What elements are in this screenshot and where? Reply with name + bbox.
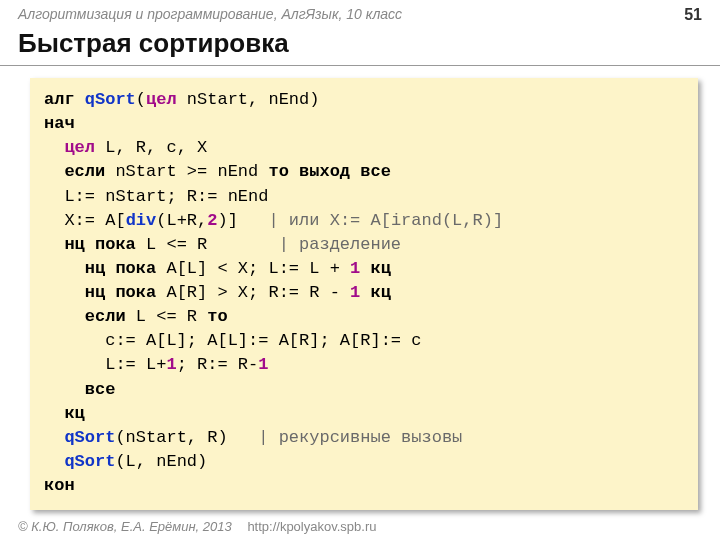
cond: nStart >= nEnd	[105, 162, 268, 181]
body: A[L] < X; L:= L +	[156, 259, 350, 278]
indent	[44, 452, 64, 471]
indent	[44, 138, 64, 157]
mid: (L+R,	[156, 211, 207, 230]
kw-all: все	[360, 162, 391, 181]
sp	[85, 235, 95, 254]
kw-loop: нц	[85, 259, 105, 278]
cond: L <= R	[136, 235, 279, 254]
args: (nStart, R)	[115, 428, 258, 447]
body: A[R] > X; R:= R -	[156, 283, 350, 302]
params: nStart, nEnd)	[177, 90, 320, 109]
paren: (	[136, 90, 146, 109]
mid: ; R:= R-	[177, 355, 259, 374]
indent	[44, 211, 64, 230]
indent	[44, 235, 64, 254]
num-1: 1	[350, 283, 360, 302]
indent	[44, 307, 85, 326]
indent	[44, 404, 64, 423]
kw-endloop: кц	[64, 404, 84, 423]
comment: | или X:= A[irand(L,R)]	[268, 211, 503, 230]
indent	[44, 162, 64, 181]
kw-alg: алг	[44, 90, 85, 109]
num-2: 2	[207, 211, 217, 230]
fn-div: div	[126, 211, 157, 230]
indent	[44, 283, 85, 302]
sp	[289, 162, 299, 181]
sp	[360, 283, 370, 302]
cond: L <= R	[126, 307, 208, 326]
type-int: цел	[64, 138, 95, 157]
num-1: 1	[166, 355, 176, 374]
line-swap: c:= A[L]; A[L]:= A[R]; A[R]:= c	[44, 331, 421, 350]
kw-endloop: кц	[370, 259, 390, 278]
type-int: цел	[146, 90, 177, 109]
args: (L, nEnd)	[115, 452, 207, 471]
footer-url: http://kpolyakov.spb.ru	[247, 519, 376, 534]
comment: | разделение	[279, 235, 401, 254]
fn-qsort: qSort	[85, 90, 136, 109]
course-label: Алгоритмизация и программирование, АлгЯз…	[18, 6, 402, 24]
sp	[350, 162, 360, 181]
sp	[105, 259, 115, 278]
fn-qsort: qSort	[64, 428, 115, 447]
kw-all: все	[85, 380, 116, 399]
kw-while: пока	[115, 283, 156, 302]
code-block: алг qSort(цел nStart, nEnd) нач цел L, R…	[30, 78, 698, 510]
num-1: 1	[258, 355, 268, 374]
kw-while: пока	[115, 259, 156, 278]
kw-then: то	[268, 162, 288, 181]
pre: X:= A[	[64, 211, 125, 230]
kw-then: то	[207, 307, 227, 326]
sp	[360, 259, 370, 278]
copyright: © К.Ю. Поляков, Е.А. Ерёмин, 2013	[18, 519, 232, 534]
kw-end: кон	[44, 476, 75, 495]
indent	[44, 428, 64, 447]
indent	[44, 259, 85, 278]
indent	[44, 380, 85, 399]
kw-if: если	[64, 162, 105, 181]
kw-loop: нц	[64, 235, 84, 254]
pre: L:= L+	[105, 355, 166, 374]
num-1: 1	[350, 259, 360, 278]
page-title: Быстрая сортировка	[0, 26, 720, 66]
indent	[44, 355, 105, 374]
kw-exit: выход	[299, 162, 350, 181]
kw-endloop: кц	[370, 283, 390, 302]
kw-begin: нач	[44, 114, 75, 133]
line-assign: L:= nStart; R:= nEnd	[44, 187, 268, 206]
footer: © К.Ю. Поляков, Е.А. Ерёмин, 2013 http:/…	[18, 519, 376, 534]
header-bar: Алгоритмизация и программирование, АлгЯз…	[0, 0, 720, 26]
post: )]	[217, 211, 268, 230]
fn-qsort: qSort	[64, 452, 115, 471]
kw-if: если	[85, 307, 126, 326]
comment: | рекурсивные вызовы	[258, 428, 462, 447]
sp	[105, 283, 115, 302]
vars: L, R, c, X	[95, 138, 207, 157]
kw-loop: нц	[85, 283, 105, 302]
kw-while: пока	[95, 235, 136, 254]
page-number: 51	[684, 6, 702, 24]
